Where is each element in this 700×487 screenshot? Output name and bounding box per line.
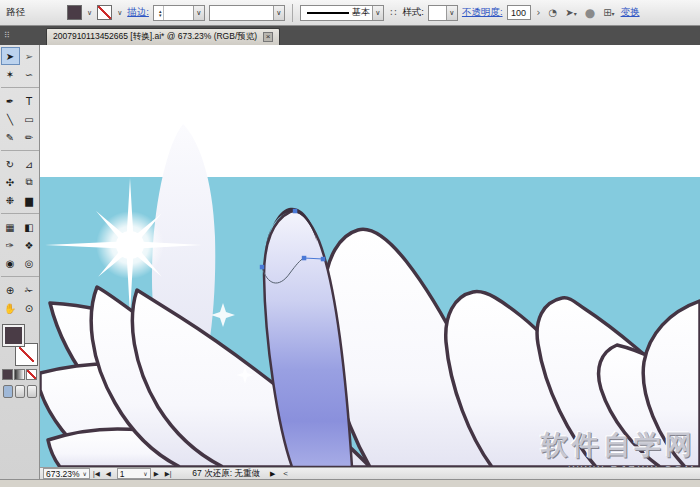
- variable-width-combo[interactable]: ∨: [209, 5, 285, 21]
- warp-tool[interactable]: ✣: [1, 173, 20, 191]
- pencil-tool[interactable]: ✏: [20, 128, 39, 146]
- line-tool[interactable]: ╲: [1, 110, 20, 128]
- prev-page-icon[interactable]: ◀: [103, 470, 114, 478]
- type-tool[interactable]: T: [20, 92, 39, 110]
- direct-selection-tool[interactable]: ➢: [20, 47, 39, 65]
- artwork: [40, 45, 700, 467]
- document-canvas[interactable]: 软件自学网 www.rjzxw.com: [40, 45, 700, 467]
- anchor-point[interactable]: [321, 257, 326, 262]
- graph-tool[interactable]: ▆: [20, 191, 39, 209]
- screen-mode-full-button[interactable]: [27, 385, 37, 398]
- rectangle-tool[interactable]: ▭: [20, 110, 39, 128]
- status-bar: 673.23% ∨ |◀ ◀ 1 ∨ ▶ ▶| 67 次还原: 无重做 ▶ <: [40, 467, 700, 479]
- style-label: 样式:: [402, 6, 424, 19]
- brush-definition-value: 基本: [352, 6, 370, 19]
- symbol-sprayer-tool[interactable]: ❉: [1, 191, 20, 209]
- eyedropper-tool[interactable]: ✑: [1, 236, 20, 254]
- hand-tool[interactable]: ✋: [1, 299, 20, 317]
- slice-tool[interactable]: ✁: [20, 281, 39, 299]
- stroke-weight-dropdown-icon[interactable]: ∨: [193, 6, 204, 20]
- live-paint-bucket-tool[interactable]: ◉: [1, 254, 20, 272]
- tool-separator: [1, 146, 39, 151]
- transform-panel-link[interactable]: 变换: [621, 6, 640, 19]
- style-combo[interactable]: ∨: [428, 5, 458, 21]
- panel-grip-icon[interactable]: ⠿: [4, 31, 18, 43]
- opacity-mask-icon[interactable]: ◔: [547, 7, 560, 18]
- tab-close-icon[interactable]: ×: [263, 32, 273, 42]
- window-bottom-edge: [0, 479, 700, 487]
- tool-separator: [1, 272, 39, 277]
- stroke-color-swatch[interactable]: [97, 5, 112, 20]
- screen-mode-full-menubar-button[interactable]: [15, 385, 25, 398]
- select-similar-icon[interactable]: ∷: [388, 7, 398, 18]
- zoom-level-combo[interactable]: 673.23% ∨: [43, 468, 90, 479]
- anchor-point[interactable]: [260, 265, 265, 270]
- opacity-input[interactable]: 100: [507, 5, 531, 20]
- screen-mode-normal-button[interactable]: [3, 385, 13, 398]
- fill-color-swatch[interactable]: [67, 5, 82, 20]
- opacity-stepper-icon[interactable]: ›: [535, 7, 543, 18]
- free-transform-tool[interactable]: ⧉: [20, 173, 39, 191]
- color-swatch-block: [3, 325, 37, 365]
- page-number-value: 1: [120, 469, 125, 479]
- separator: [292, 4, 293, 22]
- control-bar: 路径 ∨ ∨ 描边: ▴▾ ∨ ∨ 基本 ∨ ∷ 样式: ∨ 不透明度: 100…: [0, 0, 700, 26]
- illustrator-window: 路径 ∨ ∨ 描边: ▴▾ ∨ ∨ 基本 ∨ ∷ 样式: ∨ 不透明度: 100…: [0, 0, 700, 487]
- paint-none-button[interactable]: [26, 369, 37, 380]
- stroke-weight-spinner[interactable]: ▴▾: [157, 6, 165, 20]
- stroke-panel-link[interactable]: 描边:: [127, 6, 149, 19]
- last-page-icon[interactable]: ▶|: [162, 470, 175, 478]
- paint-color-button[interactable]: [2, 369, 13, 380]
- gradient-tool[interactable]: ◧: [20, 218, 39, 236]
- document-tab[interactable]: 2007910113452665 [转换].ai* @ 673.23% (RGB…: [46, 28, 280, 45]
- zoom-tool[interactable]: ⊙: [20, 299, 39, 317]
- fill-color-dropdown-icon[interactable]: ∨: [86, 9, 93, 17]
- document-title: 2007910113452665 [转换].ai* @ 673.23% (RGB…: [53, 31, 257, 43]
- starburst-core: [116, 231, 144, 259]
- mesh-tool[interactable]: ▦: [1, 218, 20, 236]
- zoom-dropdown-icon[interactable]: ∨: [83, 470, 87, 477]
- align-panel-icon[interactable]: ⊞▾: [601, 7, 616, 18]
- magic-wand-tool[interactable]: ✶: [1, 65, 20, 83]
- crop-area-tool[interactable]: ⊕: [1, 281, 20, 299]
- paintbrush-tool[interactable]: ✎: [1, 128, 20, 146]
- anchor-point[interactable]: [302, 256, 307, 260]
- pen-tool[interactable]: ✒: [1, 92, 20, 110]
- stroke-preview: [307, 12, 349, 14]
- stroke-weight-combo[interactable]: ▴▾ ∨: [153, 5, 205, 21]
- anchor-point[interactable]: [293, 209, 298, 214]
- tool-separator: [1, 83, 39, 88]
- style-dropdown-icon[interactable]: ∨: [446, 6, 457, 20]
- tools-panel: ➤ ➢ ✶ ∽ ✒ T ╲ ▭ ✎ ✏ ↻ ⊿ ✣ ⧉ ❉ ▆ ▦ ◧ ✑ ❖ …: [0, 45, 40, 479]
- rotate-tool[interactable]: ↻: [1, 155, 20, 173]
- paint-gradient-button[interactable]: [14, 369, 25, 380]
- status-collapse-icon[interactable]: <: [283, 469, 288, 478]
- brush-definition-combo[interactable]: 基本 ∨: [300, 5, 384, 21]
- page-dropdown-icon[interactable]: ∨: [143, 470, 147, 477]
- attributes-icon[interactable]: ●: [583, 6, 597, 20]
- stroke-swatch[interactable]: [16, 344, 37, 365]
- selection-tool[interactable]: ➤: [1, 47, 20, 65]
- context-label: 路径: [6, 6, 25, 19]
- select-menu-icon[interactable]: ➤▾: [563, 7, 578, 18]
- live-paint-selection-tool[interactable]: ◎: [20, 254, 39, 272]
- fill-swatch[interactable]: [3, 325, 24, 346]
- scale-tool[interactable]: ⊿: [20, 155, 39, 173]
- undo-status-text: 67 次还原: 无重做: [192, 468, 260, 480]
- first-page-icon[interactable]: |◀: [90, 470, 103, 478]
- page-number-combo[interactable]: 1 ∨: [117, 468, 151, 479]
- next-page-icon[interactable]: ▶: [151, 470, 162, 478]
- variable-width-dropdown-icon[interactable]: ∨: [273, 6, 284, 20]
- stroke-color-dropdown-icon[interactable]: ∨: [116, 9, 123, 17]
- tool-separator: [1, 209, 39, 214]
- blend-tool[interactable]: ❖: [20, 236, 39, 254]
- opacity-panel-link[interactable]: 不透明度:: [462, 6, 503, 19]
- tab-bar: ⠿ 2007910113452665 [转换].ai* @ 673.23% (R…: [0, 26, 700, 45]
- status-menu-icon[interactable]: ▶: [270, 470, 275, 478]
- zoom-level-value: 673.23%: [46, 469, 80, 479]
- lasso-tool[interactable]: ∽: [20, 65, 39, 83]
- brush-definition-dropdown-icon[interactable]: ∨: [372, 6, 383, 20]
